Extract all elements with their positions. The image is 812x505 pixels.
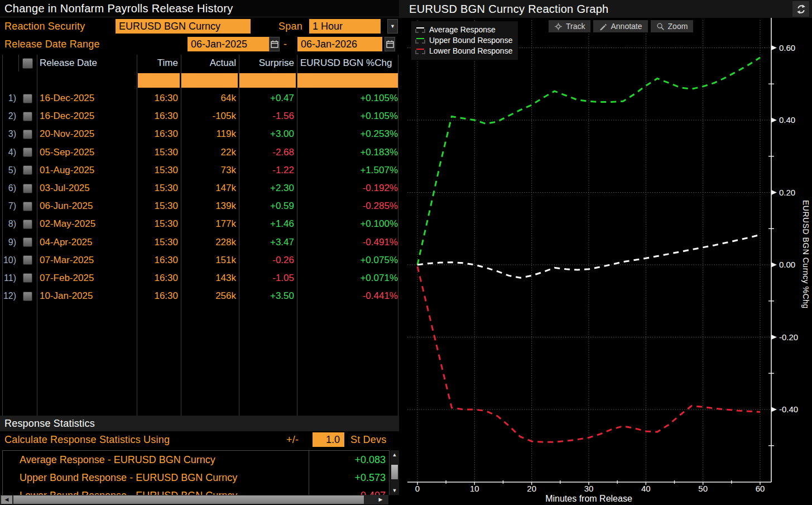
reaction-chart: 01020304050600.600.400.200.00-0.20-0.40M…: [399, 0, 812, 505]
table-row[interactable]: 1)16-Dec-202516:3064k+0.47+0.105%: [0, 89, 397, 107]
y-tick-label: -0.40: [779, 404, 798, 414]
table-row[interactable]: 5)01-Aug-202515:3073k-1.22+1.507%: [0, 161, 397, 179]
span-select[interactable]: 1 Hour: [309, 19, 381, 34]
stat-label: Lower Bound Response - EURUSD BGN Curncy: [20, 487, 237, 495]
refresh-button[interactable]: [792, 1, 809, 17]
row-checkbox[interactable]: [23, 273, 32, 283]
row-checkbox[interactable]: [23, 237, 32, 247]
chg-cell: -0.192%: [297, 179, 399, 197]
annotate-button[interactable]: Annotate: [593, 20, 647, 32]
release-date-cell: 02-May-2025: [37, 215, 137, 233]
surprise-filter-input[interactable]: [239, 73, 296, 88]
date-to-input[interactable]: 06-Jan-2026: [297, 37, 382, 51]
time-filter-input[interactable]: [138, 73, 180, 88]
release-date-cell: 10-Jan-2025: [37, 287, 137, 305]
scroll-up-icon[interactable]: ▲: [390, 452, 399, 458]
row-number: 7): [2, 197, 18, 215]
chart-legend: Average ResponseUpper Bound ResponseLowe…: [411, 21, 518, 60]
track-button[interactable]: Track: [549, 20, 590, 32]
time-cell: 15:30: [137, 179, 181, 197]
magnifier-icon: [656, 22, 665, 31]
stat-row[interactable]: Average Response - EURUSD BGN Curncy+0.0…: [3, 451, 389, 469]
row-checkbox[interactable]: [23, 147, 32, 157]
legend-line-icon: [415, 47, 426, 54]
table-row[interactable]: 2)16-Dec-202516:30-105k-1.56+0.105%: [0, 107, 397, 125]
zoom-button-label: Zoom: [668, 22, 688, 31]
actual-filter-input[interactable]: [181, 73, 238, 88]
stats-vertical-scrollbar[interactable]: ▲ ▼: [390, 450, 399, 495]
release-date-range-row: Release Date Range 06-Jan-2025 - 06-Jan-…: [0, 36, 399, 53]
row-checkbox[interactable]: [23, 292, 32, 301]
table-row[interactable]: 12)10-Jan-202516:30256k+3.50-0.441%: [0, 287, 397, 305]
plus-minus-label: +/-: [286, 431, 299, 448]
surprise-cell: -0.26: [239, 251, 297, 269]
time-cell: 15:30: [137, 161, 181, 179]
table-row[interactable]: 3)20-Nov-202516:30119k+3.00+0.253%: [0, 125, 397, 143]
row-checkbox[interactable]: [23, 94, 32, 103]
row-checkbox[interactable]: [23, 255, 32, 265]
time-cell: 15:30: [137, 144, 181, 161]
row-checkbox[interactable]: [23, 184, 32, 193]
table-row[interactable]: 6)03-Jul-202515:30147k+2.30-0.192%: [0, 179, 397, 197]
row-checkbox[interactable]: [23, 130, 32, 139]
release-date-cell: 16-Dec-2025: [37, 89, 137, 107]
row-checkbox[interactable]: [23, 112, 32, 121]
header-release-date[interactable]: Release Date: [37, 55, 137, 72]
row-number: 12): [2, 287, 18, 305]
scrollbar-thumb[interactable]: [13, 496, 364, 504]
table-row[interactable]: 7)06-Jun-202515:30139k+0.59-0.285%: [0, 197, 397, 215]
select-all-checkbox[interactable]: [22, 58, 33, 69]
chg-cell: -0.491%: [297, 234, 399, 251]
y-tick-arrow-icon: [771, 407, 777, 412]
table-row[interactable]: 8)02-May-202515:30177k+1.46+0.100%: [0, 215, 397, 233]
header-surprise[interactable]: Surprise: [239, 55, 297, 72]
table-row[interactable]: 4)05-Sep-202515:3022k-2.68+0.183%: [0, 144, 397, 161]
row-checkbox[interactable]: [23, 220, 32, 229]
actual-cell: 64k: [181, 89, 239, 107]
reaction-security-input[interactable]: EURUSD BGN Curncy: [116, 19, 251, 34]
stat-row[interactable]: Upper Bound Response - EURUSD BGN Curncy…: [3, 469, 389, 487]
release-date-cell: 06-Jun-2025: [37, 197, 137, 215]
y-tick-label: 0.40: [779, 115, 795, 125]
date-from-input[interactable]: 06-Jan-2025: [188, 37, 269, 51]
chg-filter-input[interactable]: [297, 73, 398, 88]
surprise-cell: -1.22: [239, 161, 297, 179]
scrollbar-thumb[interactable]: [391, 465, 398, 479]
date-from-calendar-button[interactable]: [269, 37, 280, 51]
actual-cell: 177k: [181, 215, 239, 233]
row-checkbox[interactable]: [23, 165, 32, 175]
span-label: Span: [278, 18, 302, 35]
date-to-calendar-button[interactable]: [385, 37, 395, 51]
x-tick-label: 20: [527, 484, 536, 493]
chg-cell: +0.100%: [297, 215, 399, 233]
header-time[interactable]: Time: [137, 55, 181, 72]
legend-item[interactable]: Average Response: [415, 24, 512, 35]
table-row[interactable]: 9)04-Apr-202515:30228k+3.47-0.491%: [0, 234, 397, 251]
st-devs-input[interactable]: 1.0: [313, 432, 344, 447]
header-actual[interactable]: Actual: [181, 55, 239, 72]
row-checkbox[interactable]: [23, 202, 32, 211]
legend-item[interactable]: Lower Bound Response: [415, 45, 512, 56]
table-row[interactable]: 10)07-Mar-202516:30151k-0.26+0.075%: [0, 251, 397, 269]
y-tick-arrow-icon: [771, 263, 777, 268]
x-tick-label: 50: [698, 484, 708, 493]
scroll-right-icon[interactable]: ▶: [375, 496, 386, 504]
table-row[interactable]: 11)07-Feb-202516:30143k-1.05+0.071%: [0, 269, 397, 287]
legend-label: Upper Bound Response: [429, 36, 512, 45]
span-dropdown-button[interactable]: ▼: [387, 19, 398, 34]
scroll-down-icon[interactable]: ▼: [390, 488, 399, 493]
time-cell: 15:30: [137, 197, 181, 215]
actual-cell: 139k: [181, 197, 239, 215]
zoom-button[interactable]: Zoom: [651, 20, 694, 32]
horizontal-scrollbar[interactable]: ◀ ▶: [0, 495, 388, 504]
y-tick-label: 0.20: [779, 188, 795, 197]
header-chg[interactable]: EURUSD BGN %Chg: [297, 55, 399, 72]
y-tick-label: 0.00: [779, 260, 795, 269]
scroll-left-icon[interactable]: ◀: [1, 496, 12, 504]
time-cell: 16:30: [137, 125, 181, 143]
stat-row[interactable]: Lower Bound Response - EURUSD BGN Curncy…: [3, 487, 389, 495]
y-tick-arrow-icon: [771, 45, 777, 50]
actual-cell: 143k: [181, 269, 239, 287]
legend-item[interactable]: Upper Bound Response: [415, 35, 512, 45]
release-history-panel: Change in Nonfarm Payrolls Release Histo…: [0, 0, 399, 505]
